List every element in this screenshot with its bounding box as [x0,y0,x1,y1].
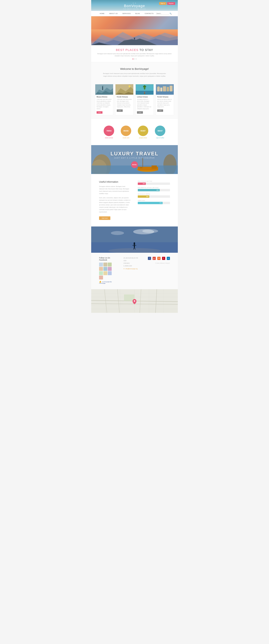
pinterest-icon[interactable]: P [162,257,165,260]
stat-emails-label: emails sent [121,137,131,138]
stat-projects-label: projects done [138,137,148,138]
signin-button[interactable]: Sign In [159,2,166,5]
face-8 [104,271,107,275]
card-3-text: Omnagime dolores ut abirme dolor. Beclag… [137,98,152,110]
progress-feliytasas-label: FELIYTASAS NUYTАС [138,180,170,182]
googleplus-icon[interactable]: g+ [152,257,156,260]
hero-dots [95,58,174,60]
nav-contacts[interactable]: CONTACTS [142,11,156,16]
svg-rect-31 [167,87,169,91]
card-4-btn[interactable]: more [157,110,163,112]
stat-clients-circle: 78954 [104,126,114,136]
header-buttons: Sign In Register [159,2,175,5]
footer-section: Follow Us On Facebook 👍 10,479 people li… [91,253,178,289]
card-2-title: Ferode Vertyasa [117,96,132,98]
read-more-button[interactable]: read more [99,216,110,220]
hero-banner-desc: Beclagasi riverti vitaessert asery kerya… [95,53,174,57]
rss-icon[interactable]: ⌘ [157,257,160,260]
hero-image [91,16,178,45]
welcome-section: Welcome to BonVoyage! Beclagasi riverti … [91,62,178,82]
footer-facebook: Follow Us On Facebook 👍 10,479 people li… [99,257,116,284]
svg-rect-42 [152,166,157,169]
cards-section: Miuasa Dekoias Colermater auta odirne do… [91,82,178,119]
face-1 [99,262,103,266]
progress-certyasa-pct: 77% [160,202,162,204]
face-10 [99,276,103,280]
footer-fb-faces [99,262,116,280]
main-nav: HOME ABOUT US SERVICES BLOG CONTACTS 🔍 [91,11,178,16]
card-3: Lertasa Certyas Omnagime dolores ut abir… [136,84,154,115]
footer-fb-likes: 👍 10,479 people like FranVoyage [99,280,116,284]
card-1: Miuasa Dekoias Colermater auta odirne do… [95,84,113,115]
footer-zip: IL 60606-2340 [124,265,140,267]
progress-feliytasas: FELIYTASAS NUYTАС 25% [138,180,170,185]
facebook-icon[interactable]: f [148,257,151,260]
card-1-title: Miuasa Dekoias [96,96,112,98]
card-4-text: Dolcure aut abirme dolor eu que ratione … [157,98,172,108]
face-6 [108,267,112,271]
card-2-body: Ferode Vertyasa Colermater auta odirne d… [116,95,133,113]
footer-right: f g+ ⌘ P in © 2015 | PRIVACY POLICY [148,257,170,284]
stat-coffee-label: cups of coffee [155,137,165,138]
svg-point-6 [134,38,135,39]
banner-highlight: BEST PLACES [116,48,138,52]
footer-address: 28 JACKSON BLVD STE 1020 CHICAGO IL 6060… [124,257,140,284]
dot-1[interactable] [132,58,134,60]
card-4-image [156,84,174,95]
progress-doloertys: DOLOERTYS IUTASA LIETYASA 68% [138,187,170,191]
nav-home[interactable]: HOME [97,11,107,16]
card-3-btn[interactable]: more [137,111,143,114]
search-icon[interactable]: 🔍 [170,12,172,14]
card-2-image [116,84,133,95]
face-4 [99,267,103,271]
card-1-body: Miuasa Dekoias Colermater auta odirne do… [95,95,113,115]
stat-clients: 78954 clients served [104,126,114,138]
luxury-subtitle: JUST GOT A LITTLE BIT CHEAPER [114,157,155,159]
card-4: Ferode Vertyasa Dolcure aut abirme dolor… [156,84,174,115]
site-header: ❧ ❧ BonVoyage THE BEST TRAVEL GUIDE Sign… [91,0,178,11]
progress-doloertys-fill: 68% [138,189,160,191]
nav-about[interactable]: ABOUT US [107,11,120,16]
stat-projects: 55487 projects done [138,126,148,138]
dot-3[interactable] [136,58,136,60]
map-section [91,289,178,313]
stat-clients-value: 78954 [106,130,112,132]
footer-copyright: © 2015 | PRIVACY POLICY [155,262,170,264]
card-1-btn[interactable]: more [96,111,102,114]
svg-rect-13 [102,87,103,90]
nav-blog[interactable]: BLOG [133,11,142,16]
face-9 [108,271,112,275]
hero-banner: BEST PLACES TO STAY Beclagasi riverti vi… [91,45,178,62]
nav-services[interactable]: SERVICES [120,11,133,16]
welcome-title: Welcome to BonVoyage! [99,68,170,70]
progress-doloertys-bg: 68% [138,189,170,191]
face-7 [99,271,103,275]
stat-projects-value: 55487 [140,130,146,132]
hero-banner-title: BEST PLACES TO STAY [95,48,174,52]
welcome-text: Beclagasi riverti vitaessert asery kerya… [103,72,166,78]
svg-rect-40 [142,158,143,168]
logo-subtitle: THE BEST TRAVEL GUIDE [91,8,178,10]
progress-feliytasas-pct: 25% [143,183,145,184]
face-3 [108,262,112,266]
progress-feliytasas-fill: 25% [138,182,146,185]
svg-rect-27 [157,87,160,91]
progress-certyasa-label: CERTYASA [138,200,170,201]
card-1-text: Colermater auta odirne dolor tisuset apl… [96,98,112,110]
footer-city: CHICAGO [124,262,140,265]
card-3-image [136,84,154,95]
search-input[interactable] [156,12,169,15]
linkedin-icon[interactable]: in [167,257,170,260]
card-3-body: Lertasa Certyas Omnagime dolores ut abir… [136,95,154,115]
register-button[interactable]: Register [167,2,175,5]
card-2-btn[interactable]: more [117,110,123,112]
card-4-body: Ferode Vertyasa Dolcure aut abirme dolor… [156,95,174,113]
dot-2[interactable] [134,58,135,60]
face-2 [104,262,107,266]
progress-certyasa-bg: 77% [138,202,170,204]
face-5 [104,267,107,271]
info-right: FELIYTASAS NUYTАС 25% DOLOERTYS IUTASA L… [138,180,170,220]
progress-certyasa-fill: 77% [138,202,162,204]
stat-emails-value: 99456 [124,130,128,132]
info-text-1: Omnagime dolores eubirme. Beclagasi rive… [99,186,131,195]
